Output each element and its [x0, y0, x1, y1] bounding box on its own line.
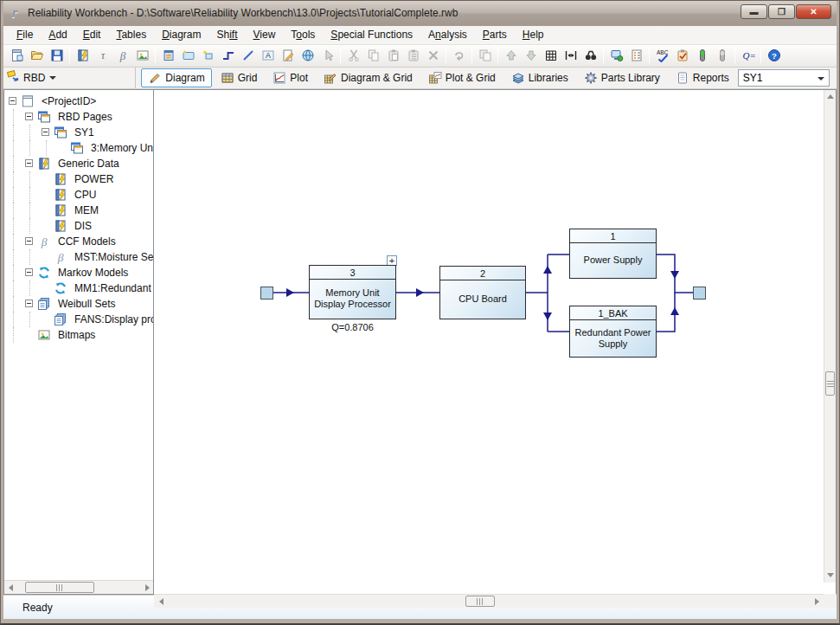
new-project-icon[interactable]	[7, 46, 27, 65]
add-hyperlink-icon[interactable]	[298, 46, 317, 65]
scroll-left-arrow-icon[interactable]	[4, 582, 16, 594]
close-button[interactable]: ✕	[796, 4, 831, 19]
menu-shift[interactable]: Shift	[208, 26, 245, 43]
module-selector[interactable]: RBD	[3, 68, 136, 88]
page-selector-combobox[interactable]: SY1	[738, 69, 830, 87]
tree-collapse-toggle[interactable]	[25, 113, 33, 120]
tree-item-sy1[interactable]: SY1	[4, 125, 153, 140]
tree-item-markov-models[interactable]: Markov Models	[4, 265, 153, 280]
send-backward-icon[interactable]	[521, 46, 541, 65]
menu-diagram[interactable]: Diagram	[154, 26, 208, 43]
bitmap-add-icon[interactable]	[132, 46, 152, 65]
rbd-canvas[interactable]: + 3 Memory Unit Display Processor Q=0.87…	[154, 90, 824, 583]
tree-item-fans-display-pro[interactable]: FANS:Display pro	[4, 312, 153, 327]
tree-collapse-toggle[interactable]	[9, 97, 16, 105]
tree-collapse-toggle[interactable]	[25, 300, 33, 307]
tree-item-weibull-sets[interactable]: Weibull Sets	[4, 296, 153, 312]
undo-icon[interactable]	[449, 46, 469, 65]
rbd-block-1-bak[interactable]: 1_BAK Redundant Power Supply	[569, 306, 657, 358]
minimize-button[interactable]: ▬	[741, 4, 767, 19]
menu-file[interactable]: File	[9, 26, 41, 43]
rbd-block-3[interactable]: 3 Memory Unit Display Processor	[309, 265, 396, 319]
rbd-block-2[interactable]: 2 CPU Board	[439, 266, 526, 319]
scroll-up-arrow-icon[interactable]	[824, 91, 837, 103]
tree-collapse-toggle[interactable]	[25, 159, 33, 167]
add-note-icon[interactable]	[278, 46, 298, 65]
scroll-right-arrow-icon[interactable]	[811, 596, 823, 608]
rbd-output-node[interactable]	[693, 287, 706, 300]
open-project-icon[interactable]	[27, 46, 47, 65]
scroll-down-arrow-icon[interactable]	[824, 570, 837, 582]
beta-factor-icon[interactable]: β	[112, 46, 132, 65]
add-connector-icon[interactable]	[218, 46, 238, 65]
titlebar[interactable]: r Reliability Workbench - D:\Software\Re…	[3, 1, 837, 26]
scroll-right-arrow-icon[interactable]	[141, 582, 153, 594]
tree-item-3-memory-uni[interactable]: 3:Memory Uni	[4, 140, 153, 156]
menu-tools[interactable]: Tools	[283, 26, 323, 43]
tree-collapse-toggle[interactable]	[25, 268, 33, 276]
maximize-button[interactable]: ❐	[768, 4, 795, 19]
report-options-icon[interactable]	[626, 46, 646, 65]
add-line-icon[interactable]	[238, 46, 258, 65]
paste-special-icon[interactable]	[403, 46, 423, 65]
validate-icon[interactable]	[672, 46, 692, 65]
find-icon[interactable]	[580, 46, 600, 65]
copy-icon[interactable]	[363, 46, 383, 65]
tree-item-mm1-redundant-p[interactable]: MM1:Redundant p	[4, 280, 153, 296]
tree-item-power[interactable]: POWER	[4, 171, 153, 187]
tau-failure-model-icon[interactable]: τ	[93, 46, 112, 65]
tab-plot-grid[interactable]: Plot & Grid	[421, 68, 503, 87]
delete-icon[interactable]	[423, 46, 443, 65]
tree-collapse-toggle[interactable]	[42, 128, 49, 136]
menu-tables[interactable]: Tables	[108, 26, 154, 43]
select-cursor-icon[interactable]	[317, 46, 337, 65]
menu-special-functions[interactable]: Special Functions	[323, 26, 420, 43]
add-label-icon[interactable]: A	[258, 46, 278, 65]
rbd-input-node[interactable]	[260, 287, 273, 300]
diagram-vertical-scrollbar[interactable]	[824, 90, 836, 583]
tree-horizontal-scrollbar[interactable]	[4, 580, 153, 594]
diagram-horizontal-scrollbar[interactable]	[154, 594, 837, 608]
status-light-off-icon[interactable]	[712, 46, 732, 65]
tree-item-ccf-models[interactable]: βCCF Models	[4, 234, 153, 249]
menu-parts[interactable]: Parts	[475, 26, 515, 43]
menu-help[interactable]: Help	[515, 26, 552, 43]
paste-page-icon[interactable]	[158, 46, 178, 65]
verify-system-icon[interactable]	[606, 46, 626, 65]
tree-collapse-toggle[interactable]	[25, 237, 33, 245]
tree-scroll-thumb[interactable]	[25, 582, 94, 593]
tab-parts-library[interactable]: Parts Library	[577, 68, 667, 87]
menu-add[interactable]: Add	[41, 26, 74, 43]
tab-plot[interactable]: Plot	[266, 68, 315, 87]
menu-view[interactable]: View	[246, 26, 284, 43]
tree-item--projectid-[interactable]: <ProjectID>	[4, 93, 153, 109]
add-node-icon[interactable]	[198, 46, 218, 65]
tab-grid[interactable]: Grid	[214, 68, 265, 87]
tab-libraries[interactable]: Libraries	[504, 68, 575, 87]
status-light-on-icon[interactable]	[692, 46, 712, 65]
tree-item-mst-moisture-sen[interactable]: βMST:Moisture Sen	[4, 249, 153, 265]
tree-item-bitmaps[interactable]: Bitmaps	[4, 327, 153, 343]
tree-item-cpu[interactable]: CPU	[4, 187, 153, 203]
resize-diagram-icon[interactable]	[561, 46, 580, 65]
tree-item-generic-data[interactable]: Generic Data	[4, 156, 153, 171]
tree-item-mem[interactable]: MEM	[4, 203, 153, 218]
menu-analysis[interactable]: Analysis	[420, 26, 475, 43]
cut-icon[interactable]	[343, 46, 363, 65]
tab-reports[interactable]: Reports	[669, 68, 736, 87]
save-icon[interactable]	[47, 46, 67, 65]
add-block-icon[interactable]	[178, 46, 198, 65]
rbd-block-1[interactable]: 1 Power Supply	[569, 229, 657, 279]
duplicate-icon[interactable]	[475, 46, 495, 65]
tab-diagram[interactable]: Diagram	[141, 68, 211, 87]
tree-item-dis[interactable]: DIS	[4, 218, 153, 234]
generic-data-icon[interactable]	[73, 46, 93, 65]
help-icon[interactable]: ?	[764, 46, 784, 65]
tab-diagram-grid[interactable]: Diagram & Grid	[317, 68, 420, 87]
menu-edit[interactable]: Edit	[75, 26, 109, 43]
spell-check-icon[interactable]: ABC	[652, 46, 672, 65]
diagram-vscroll-thumb[interactable]	[825, 371, 835, 396]
q-calculation-icon[interactable]: Q=	[738, 46, 758, 65]
grid-toggle-icon[interactable]	[541, 46, 561, 65]
bring-forward-icon[interactable]	[501, 46, 521, 65]
